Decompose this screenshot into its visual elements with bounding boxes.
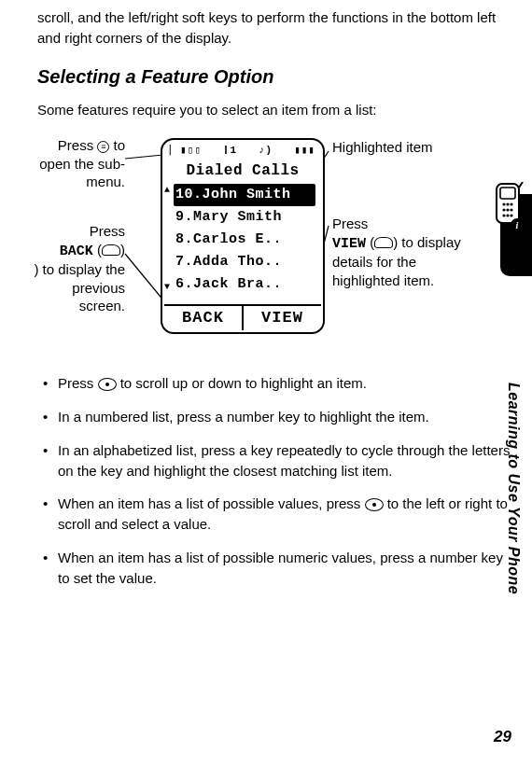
battery-icon: ▮▮▮ <box>294 144 315 159</box>
phone-softkeys: BACK VIEW <box>164 304 321 330</box>
instruction-item: In a numbered list, press a number key t… <box>37 407 513 427</box>
anno-text: Press <box>58 137 98 153</box>
list-item: 7.Adda Tho.. <box>175 251 315 273</box>
svg-line-15 <box>519 182 523 188</box>
anno-text: Highlighted item <box>332 139 433 155</box>
svg-point-7 <box>506 202 509 205</box>
softkey-back: BACK <box>164 306 242 330</box>
svg-point-8 <box>510 202 512 205</box>
menu-key-icon: ≡ <box>97 141 109 153</box>
feature-diagram: ⎸▮▯▯ ❙1 ♪) ▮▮▮ Dialed Calls ▲ 10.John Sm… <box>37 132 513 360</box>
anno-text: Press <box>332 216 368 231</box>
list-item: 9.Mary Smith <box>175 206 315 229</box>
instruction-item: In an alphabetized list, press a key rep… <box>37 440 513 481</box>
annotation-view: Press VIEW () to display details for the… <box>332 215 472 289</box>
instruction-item: When an item has a list of possible valu… <box>37 494 513 535</box>
svg-point-14 <box>510 214 512 216</box>
phone-list: ▲ 10.John Smith 9.Mary Smith 8.Carlos E.… <box>166 184 319 296</box>
status-ring-icon: ♪) <box>259 144 273 159</box>
svg-point-6 <box>502 202 505 205</box>
view-key-label: VIEW <box>332 236 366 252</box>
nav-key-icon <box>98 378 117 391</box>
phone-status-bar: ⎸▮▯▯ ❙1 ♪) ▮▮▮ <box>166 144 319 159</box>
list-item: 6.Jack Bra.. <box>175 273 315 296</box>
instruction-list: Press to scroll up or down to highlight … <box>37 373 513 588</box>
scroll-down-icon: ▼ <box>164 281 170 295</box>
svg-point-12 <box>502 214 505 216</box>
text: Press <box>58 375 98 391</box>
section-side-label: Learning to Use Your Phone <box>503 383 525 594</box>
nav-key-icon <box>365 498 384 511</box>
text: to scroll up or down to highlight an ite… <box>117 375 367 391</box>
status-mid-icon: ❙1 <box>223 144 237 159</box>
anno-text: Press <box>90 223 125 239</box>
section-heading: Selecting a Feature Option <box>37 63 513 91</box>
svg-point-9 <box>502 208 505 211</box>
instruction-item: Press to scroll up or down to highlight … <box>37 373 513 394</box>
annotation-open-submenu: Press ≡ to open the sub-menu. <box>37 136 125 191</box>
svg-text:i: i <box>516 220 519 230</box>
anno-text: ) to display the previous screen. <box>34 261 125 313</box>
phone-screen: ⎸▮▯▯ ❙1 ♪) ▮▮▮ Dialed Calls ▲ 10.John Sm… <box>161 138 325 334</box>
signal-icon: ⎸▮▯▯ <box>170 144 202 159</box>
svg-rect-5 <box>500 188 515 199</box>
anno-text: ( <box>366 234 374 250</box>
back-key-label: BACK <box>60 244 93 259</box>
instruction-item: When an item has a list of possible nume… <box>37 548 513 589</box>
annotation-highlighted-item: Highlighted item <box>332 138 444 157</box>
softkey-view: VIEW <box>244 306 321 330</box>
anno-text: ( <box>93 242 102 258</box>
text: When an item has a list of possible valu… <box>58 495 365 511</box>
phone-icon: i <box>489 182 526 232</box>
softkey-icon <box>374 237 393 248</box>
softkey-icon <box>102 244 120 256</box>
svg-point-10 <box>506 208 509 211</box>
list-item: 8.Carlos E.. <box>175 229 315 251</box>
svg-point-11 <box>510 208 512 211</box>
phone-screen-title: Dialed Calls <box>166 160 319 182</box>
annotation-back: Press BACK () ) to display the previous … <box>30 222 125 315</box>
list-item: 10.John Smith <box>174 184 315 206</box>
scroll-up-icon: ▲ <box>164 184 170 198</box>
lead-paragraph: Some features require you to select an i… <box>37 100 513 120</box>
intro-fragment: scroll, and the left/right soft keys to … <box>37 7 513 49</box>
svg-point-13 <box>506 214 509 216</box>
page-number: 29 <box>494 726 511 749</box>
